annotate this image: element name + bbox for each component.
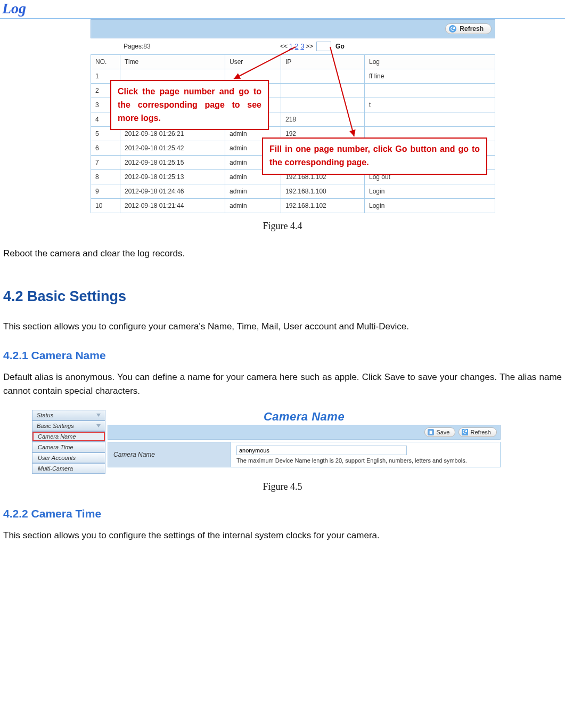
- cell-ip: 218: [281, 112, 365, 127]
- camera-name-field-label: Camera Name: [108, 442, 231, 467]
- side-menu: Status Basic Settings Camera Name Camera…: [32, 410, 105, 474]
- sidebar-item-label: Camera Name: [38, 433, 76, 440]
- cell-user: admin: [225, 184, 281, 199]
- save-button[interactable]: Save: [424, 427, 455, 437]
- figure44-caption: Figure 4.4: [0, 221, 565, 232]
- cell-ip: [281, 84, 365, 98]
- col-no: NO.: [91, 55, 120, 69]
- cell-time: 2012-09-18 01:21:44: [120, 199, 225, 213]
- sidebar-item-camera-time[interactable]: Camera Time: [32, 442, 105, 452]
- cell-ip: 192.168.1.100: [281, 184, 365, 199]
- nav-next[interactable]: >>: [306, 43, 313, 50]
- sidebar-item-label: User Accounts: [38, 455, 76, 461]
- save-label: Save: [436, 429, 449, 435]
- col-time: Time: [120, 55, 225, 69]
- cell-time: 2012-09-18 01:24:46: [120, 184, 225, 199]
- save-icon: [428, 429, 434, 435]
- table-row: 102012-09-18 01:21:44admin192.168.1.102L…: [91, 199, 495, 213]
- page-link-3[interactable]: 3: [300, 43, 305, 50]
- log-heading: Log: [0, 0, 565, 19]
- cell-time: 2012-09-18 01:25:15: [120, 156, 225, 170]
- go-button[interactable]: Go: [334, 43, 346, 50]
- cell-no: 8: [91, 170, 120, 184]
- cell-no: 10: [91, 199, 120, 213]
- col-log: Log: [365, 55, 495, 69]
- text-4-2-1: Default alias is anonymous. You can defi…: [3, 370, 562, 399]
- sidebar-item-user-accounts[interactable]: User Accounts: [32, 452, 105, 463]
- cell-no: 6: [91, 141, 120, 156]
- cell-log: [365, 112, 495, 127]
- sidebar-item-label: Multi-Camera: [38, 465, 73, 472]
- chevron-down-icon: [96, 424, 101, 427]
- cell-log: [365, 84, 495, 98]
- page-link-1[interactable]: 1: [289, 43, 293, 50]
- refresh-label: Refresh: [460, 25, 484, 33]
- chevron-down-icon: [96, 414, 101, 417]
- refresh-icon: [462, 429, 468, 435]
- sidebar-item-label: Basic Settings: [37, 423, 74, 429]
- cell-ip: 192.168.1.102: [281, 199, 365, 213]
- heading-4-2: 4.2 Basic Settings: [3, 288, 562, 305]
- camera-name-input[interactable]: [236, 446, 407, 455]
- table-row: 92012-09-18 01:24:46admin192.168.1.100Lo…: [91, 184, 495, 199]
- cell-ip: [281, 69, 365, 84]
- sidebar-item-basic-settings[interactable]: Basic Settings: [32, 420, 105, 431]
- nav-prev[interactable]: <<: [280, 43, 288, 50]
- heading-4-2-1: 4.2.1 Camera Name: [3, 349, 562, 362]
- text-4-2-intro: This section allows you to configure you…: [3, 320, 562, 334]
- col-user: User: [225, 55, 281, 69]
- cell-no: 9: [91, 184, 120, 199]
- refresh-button-2[interactable]: Refresh: [458, 427, 497, 437]
- refresh-button[interactable]: Refresh: [445, 23, 492, 34]
- cell-log: t: [365, 98, 495, 112]
- sidebar-item-camera-name[interactable]: Camera Name: [32, 431, 105, 442]
- cell-ip: [281, 98, 365, 112]
- cell-user: admin: [225, 199, 281, 213]
- cell-time: 2012-09-18 01:25:42: [120, 141, 225, 156]
- figure45-caption: Figure 4.5: [0, 481, 565, 492]
- cell-log: Login: [365, 184, 495, 199]
- sidebar-item-label: Camera Time: [38, 444, 73, 450]
- heading-4-2-2: 4.2.2 Camera Time: [3, 507, 562, 520]
- sidebar-item-status[interactable]: Status: [32, 410, 105, 420]
- sidebar-item-multi-camera[interactable]: Multi-Camera: [32, 463, 105, 474]
- refresh-icon: [449, 25, 456, 33]
- page-number-input[interactable]: [316, 42, 331, 51]
- callout-page-number: Click the page number and go to the corr…: [110, 80, 269, 130]
- cell-no: 7: [91, 156, 120, 170]
- cell-log: ff line: [365, 69, 495, 84]
- col-ip: IP: [281, 55, 365, 69]
- camera-name-title: Camera Name: [108, 410, 501, 424]
- text-4-2-2: This section allows you to configure the…: [3, 529, 562, 543]
- camera-name-hint: The maximum Device Name length is 20, su…: [236, 457, 495, 464]
- sidebar-item-label: Status: [37, 412, 53, 418]
- pages-count: Pages:83: [124, 43, 280, 50]
- page-link-2[interactable]: 2: [294, 43, 299, 50]
- text-reboot: Reboot the camera and clear the log reco…: [3, 247, 562, 261]
- refresh-label: Refresh: [470, 429, 491, 435]
- callout-go-button: Fill in one page number, click Go button…: [262, 137, 487, 175]
- log-table: NO. Time User IP Log 1ff line23t42012-09…: [91, 54, 495, 213]
- cell-log: Login: [365, 199, 495, 213]
- cell-time: 2012-09-18 01:25:13: [120, 170, 225, 184]
